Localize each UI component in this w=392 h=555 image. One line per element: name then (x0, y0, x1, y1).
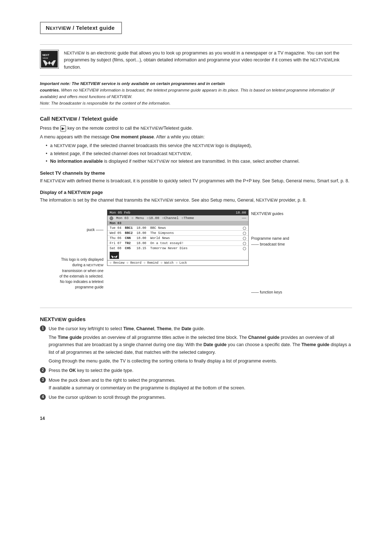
svg-text:NEXT: NEXT (42, 54, 49, 56)
step-1-content: Use the cursor key left/right to select … (49, 325, 352, 365)
sub-heading-1: Select TV channels by theme (40, 170, 352, 176)
call-section-heading: Call NEXTVIEW / Teletext guide (40, 116, 352, 122)
dot-1 (243, 227, 246, 230)
step-2-content: Press the OK key to select the guide typ… (49, 367, 352, 374)
ch-2: BBC2 (125, 231, 135, 235)
ch-5: CH5 (125, 247, 135, 250)
day-3: Thu 06 (110, 236, 123, 240)
tv-header: Mon 05 Feb 18.00 (107, 210, 249, 215)
guides-numbered-list: 1 Use the cursor key left/right to selec… (40, 325, 352, 401)
important-note: Important note: The NEXTVIEW service is … (40, 81, 352, 106)
day-2: Wed 05 (110, 231, 123, 235)
remote-button-icon: ▶ (60, 125, 66, 132)
page-title: Nextview / Teletext guide (46, 25, 115, 31)
section-divider-1 (40, 109, 352, 109)
fn-watch: ○ Watch (160, 261, 173, 265)
step-1-para-2: The Time guide provides an overview of a… (49, 334, 352, 356)
nav-channel: ○Channel (162, 216, 179, 220)
fn-record: ○ Record (127, 261, 142, 265)
diagram-label-fn-keys: —— function keys (251, 289, 313, 295)
dot-2 (243, 232, 246, 235)
prog-row-1: Tue 04 BBC1 18.00 BBC News (107, 226, 248, 231)
time-5: 18.15 (136, 247, 149, 250)
page-container: Nextview / Teletext guide NEXT VIEW NEXT… (40, 0, 352, 450)
ch-1: BBC1 (125, 226, 135, 230)
prog-row-3: Thu 06 CNN 18.00 World News (107, 236, 248, 241)
step-1-number: 1 (40, 325, 46, 331)
svg-rect-0 (41, 51, 58, 68)
diagram-label-right: NEXTVIEW guides (251, 211, 313, 217)
sub-para-1: If NEXTVIEW with defined theme is broadc… (40, 177, 352, 185)
tv-screen: Mon 05 Feb 18.00 Mon 03 ○ Menu ○18.00 ○C… (107, 210, 249, 266)
bullet-item-3: No information available is displayed if… (46, 158, 352, 165)
day-4: Fri 07 (110, 242, 123, 245)
nextview-small-logo (110, 252, 119, 259)
fn-review: ○ Review (110, 261, 124, 265)
step-1-para-3: Going through the menu guide, the TV is … (49, 357, 352, 365)
intro-text: NEXTVIEW is an electronic guide that all… (64, 50, 352, 71)
nav-right: —— (242, 216, 246, 220)
step-2-para: Press the OK key to select the guide typ… (49, 367, 352, 374)
diagram-label-logo: This logo is only displayed during a NEX… (40, 257, 103, 290)
title-1: BBC News (150, 226, 241, 230)
step-4-number: 4 (40, 394, 46, 400)
sub-para-2: The information is set by the channel th… (40, 197, 352, 204)
tv-header-time: 18.00 (236, 211, 246, 215)
title-5: Tomorrow Never Dies (150, 247, 241, 250)
intro-divider (40, 75, 352, 76)
step-1-para-1: Use the cursor key left/right to select … (49, 325, 352, 333)
bullet-item-2: a teletext page, if the selected channel… (46, 150, 352, 158)
label-nextview-guides: NEXTVIEW guides (251, 211, 313, 217)
diagram-area: puck —— This logo is only displayed duri… (40, 210, 352, 304)
prog-row-2: Wed 05 BBC2 18.00 The Simpsons (107, 231, 248, 236)
section-divider-2 (40, 308, 352, 308)
step-3: 3 Move the puck down and to the right to… (40, 377, 352, 392)
title-4: On a tout essayé! (150, 242, 241, 245)
label-prog-name: Programme name and (251, 236, 313, 242)
tv-function-keys: ○ Review ○ Record ○ Remind ○ Watch ○ Loc… (107, 260, 249, 266)
step-2: 2 Press the OK key to select the guide t… (40, 367, 352, 374)
tv-prog-list: Tue 04 BBC1 18.00 BBC News Wed 05 BBC2 1… (107, 226, 249, 251)
call-bullet-list: a NEXTVIEW page, if the selected channel… (46, 142, 352, 165)
call-para-1: Press the ▶ key on the remote control to… (40, 125, 352, 132)
title-2: The Simpsons (150, 231, 241, 235)
title-3: World News (150, 236, 241, 240)
prog-row-5: Sat 08 CH5 18.15 Tomorrow Never Dies (107, 246, 248, 251)
guides-section-heading: NEXTVIEW guides (40, 316, 352, 322)
intro-block: NEXT VIEW NEXTVIEW is an electronic guid… (40, 50, 352, 71)
call-para-2: A menu appears with the message One mome… (40, 133, 352, 141)
time-2: 18.00 (136, 231, 149, 235)
ch-4: TR2 (125, 242, 135, 245)
sub-heading-2: Display of a NEXTVIEW page (40, 190, 352, 195)
step-4-content: Use the cursor up/down to scroll through… (49, 394, 352, 401)
step-3-content: Move the puck down and to the right to s… (49, 377, 352, 392)
dot-4 (243, 242, 246, 245)
prog-row-4: Fri 07 TR2 18.00 On a tout essayé! (107, 241, 248, 246)
page-title-box: Nextview / Teletext guide (40, 22, 122, 34)
label-broadcast-time: —— broadcast time (251, 242, 313, 247)
step-3-para-1: Move the puck down and to the right to s… (49, 377, 352, 384)
time-3: 18.00 (136, 236, 149, 240)
step-1: 1 Use the cursor key left/right to selec… (40, 325, 352, 365)
step-4-para: Use the cursor up/down to scroll through… (49, 394, 352, 401)
nextview-logo: NEXT VIEW (40, 50, 59, 69)
svg-text:VIEW: VIEW (42, 57, 48, 59)
dot-3 (243, 237, 246, 240)
bullet-item-1: a NEXTVIEW page, if the selected channel… (46, 142, 352, 150)
nav-menu-item: ○ Menu (131, 216, 144, 220)
ch-3: CNN (125, 236, 135, 240)
time-1: 18.00 (136, 226, 149, 230)
fn-lock: ○ Lock (176, 261, 187, 265)
step-3-para-2: If available a summary or commentary on … (49, 384, 352, 392)
intro-paragraph: NEXTVIEW is an electronic guide that all… (64, 50, 339, 70)
diagram-label-progname: Programme name and —— broadcast time (251, 236, 313, 247)
title-divider (40, 44, 352, 45)
diagram-label-puck: puck —— (40, 227, 103, 233)
tv-logo-row (107, 251, 249, 260)
tv-header-date: Mon 05 Feb (110, 211, 130, 215)
tv-nav-row: Mon 03 ○ Menu ○18.00 ○Channel ○Theme —— (107, 215, 249, 221)
time-4: 18.00 (136, 242, 149, 245)
fn-remind: ○ Remind (144, 261, 159, 265)
nav-theme: ○Theme (181, 216, 194, 220)
step-4: 4 Use the cursor up/down to scroll throu… (40, 394, 352, 401)
